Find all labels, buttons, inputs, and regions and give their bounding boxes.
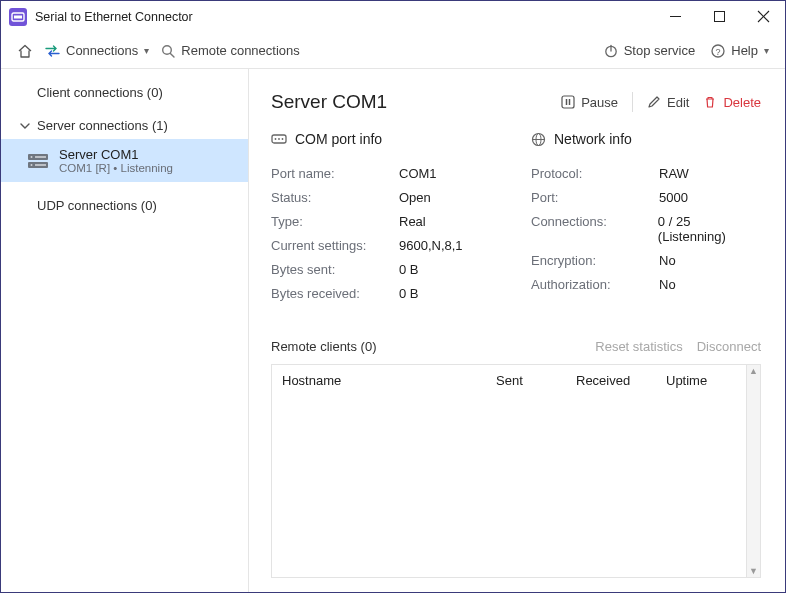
server-connections-label: Server connections (1) [37,118,168,133]
divider [632,92,633,112]
svg-rect-18 [562,96,574,108]
stop-service-button[interactable]: Stop service [602,39,698,62]
remote-clients-grid: Hostname Sent Received Uptime ▲ ▼ [271,364,761,578]
chevron-down-icon [19,121,31,131]
kv-encryption: Encryption:No [531,248,761,272]
kv-port: Port:5000 [531,185,761,209]
swap-icon [45,45,60,57]
col-sent[interactable]: Sent [496,373,576,388]
col-received[interactable]: Received [576,373,666,388]
titlebar: Serial to Ethernet Connector [1,1,785,33]
kv-authorization: Authorization:No [531,272,761,296]
home-button[interactable] [15,40,35,62]
info-columns: COM port info Port name:COM1 Status:Open… [271,131,761,305]
kv-protocol: Protocol:RAW [531,161,761,185]
help-dropdown[interactable]: ? Help ▾ [709,39,771,62]
svg-rect-1 [14,15,22,18]
udp-connections-label: UDP connections (0) [37,198,157,213]
network-info: Network info Protocol:RAW Port:5000 Conn… [531,131,761,305]
col-uptime[interactable]: Uptime [666,373,736,388]
svg-rect-3 [714,12,724,22]
remote-connections-label: Remote connections [181,43,300,58]
sidebar-group-client[interactable]: Client connections (0) [1,79,248,106]
remote-clients-section: Remote clients (0) Reset statistics Disc… [271,339,761,578]
main-panel: Server COM1 Pause Edit Delete [249,69,785,592]
svg-rect-16 [35,156,46,158]
sidebar-item-server-com1[interactable]: Server COM1 COM1 [R] • Listenning [1,139,248,182]
toolbar: Connections ▾ Remote connections Stop se… [1,33,785,69]
window-title: Serial to Ethernet Connector [35,10,193,24]
sidebar-group-udp[interactable]: UDP connections (0) [1,192,248,219]
reset-statistics-button[interactable]: Reset statistics [595,339,682,354]
app-icon [9,8,27,26]
grid-header: Hostname Sent Received Uptime [272,365,746,396]
sidebar-item-sub: COM1 [R] • Listenning [59,162,173,174]
close-button[interactable] [741,1,785,33]
svg-point-22 [275,138,277,140]
scrollbar[interactable]: ▲ ▼ [746,365,760,577]
disconnect-button[interactable]: Disconnect [697,339,761,354]
home-icon [17,44,33,58]
search-icon [161,44,175,58]
minimize-icon [670,11,681,22]
svg-line-7 [171,53,175,57]
svg-text:?: ? [716,46,721,56]
help-label: Help [731,43,758,58]
maximize-icon [714,11,725,22]
main-header: Server COM1 Pause Edit Delete [271,91,761,113]
kv-settings: Current settings:9600,N,8,1 [271,233,501,257]
kv-bytes-sent: Bytes sent:0 B [271,257,501,281]
minimize-button[interactable] [653,1,697,33]
sidebar: Client connections (0) Server connection… [1,69,249,592]
svg-point-23 [278,138,280,140]
com-port-icon [271,132,287,146]
edit-button[interactable]: Edit [647,95,689,110]
col-hostname[interactable]: Hostname [282,373,496,388]
close-icon [758,11,769,22]
globe-icon [531,132,546,147]
power-icon [604,44,618,58]
remote-clients-title: Remote clients (0) [271,339,376,354]
sidebar-item-name: Server COM1 [59,147,173,162]
maximize-button[interactable] [697,1,741,33]
connections-dropdown[interactable]: Connections ▾ [43,39,151,62]
svg-point-14 [31,156,33,158]
pause-label: Pause [581,95,618,110]
edit-label: Edit [667,95,689,110]
trash-icon [703,95,717,109]
help-icon: ? [711,44,725,58]
scroll-down-icon: ▼ [747,566,760,576]
remote-connections-button[interactable]: Remote connections [159,39,302,62]
pause-button[interactable]: Pause [561,95,618,110]
server-icon [27,152,49,170]
body: Client connections (0) Server connection… [1,69,785,592]
kv-connections: Connections:0 / 25 (Listenning) [531,209,761,248]
sidebar-group-server[interactable]: Server connections (1) [1,112,248,139]
connections-label: Connections [66,43,138,58]
app-window: Serial to Ethernet Connector Connections… [0,0,786,593]
kv-status: Status:Open [271,185,501,209]
kv-bytes-recv: Bytes received:0 B [271,281,501,305]
delete-button[interactable]: Delete [703,95,761,110]
client-connections-label: Client connections (0) [37,85,163,100]
scroll-up-icon: ▲ [747,366,760,376]
kv-port-name: Port name:COM1 [271,161,501,185]
page-title: Server COM1 [271,91,387,113]
net-info-heading: Network info [554,131,632,147]
stop-service-label: Stop service [624,43,696,58]
svg-point-24 [282,138,284,140]
delete-label: Delete [723,95,761,110]
pause-icon [561,95,575,109]
kv-type: Type:Real [271,209,501,233]
chevron-down-icon: ▾ [764,45,769,56]
com-info-heading: COM port info [295,131,382,147]
com-port-info: COM port info Port name:COM1 Status:Open… [271,131,501,305]
chevron-down-icon: ▾ [144,45,149,56]
pencil-icon [647,95,661,109]
svg-rect-17 [35,164,46,166]
svg-point-15 [31,164,33,166]
